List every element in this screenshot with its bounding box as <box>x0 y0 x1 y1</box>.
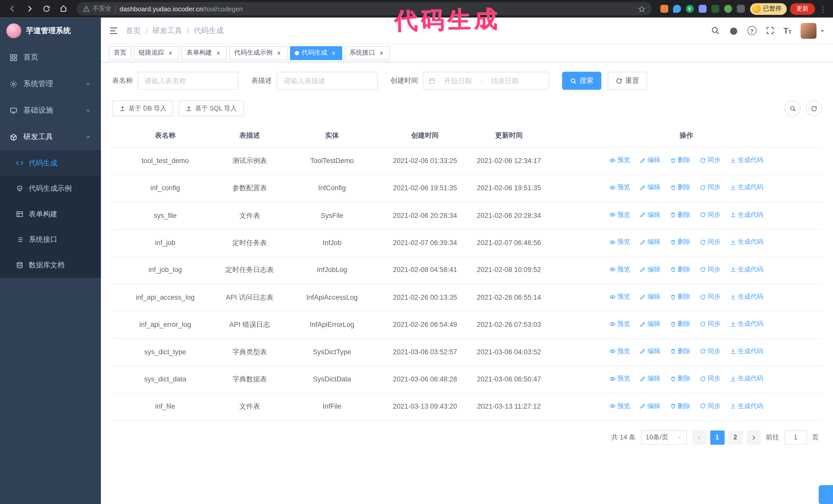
delete-link[interactable]: 删除 <box>670 237 690 247</box>
generate-code-link[interactable]: 生成代码 <box>730 292 763 302</box>
generate-code-link[interactable]: 生成代码 <box>730 374 763 384</box>
start-date-input[interactable] <box>438 77 477 85</box>
fullscreen-icon[interactable] <box>765 26 774 35</box>
sidebar-toggle-icon[interactable] <box>109 26 118 35</box>
font-size-icon[interactable]: TT <box>784 26 792 35</box>
import-db-button[interactable]: 基于 DB 导入 <box>112 100 173 116</box>
sidebar-item-codegen-example[interactable]: 代码生成示例 <box>0 176 101 201</box>
preview-link[interactable]: 预览 <box>610 264 630 274</box>
delete-link[interactable]: 删除 <box>670 292 690 302</box>
edit-link[interactable]: 编辑 <box>640 237 660 247</box>
preview-link[interactable]: 预览 <box>610 292 630 302</box>
extension-icon-2[interactable] <box>673 5 681 13</box>
forward-icon[interactable] <box>22 2 36 16</box>
sync-link[interactable]: 同步 <box>700 183 720 193</box>
tab-codegen[interactable]: 代码生成× <box>290 46 342 60</box>
search-icon[interactable] <box>711 26 720 35</box>
preview-link[interactable]: 预览 <box>610 237 630 247</box>
tab-codegen-example[interactable]: 代码生成示例× <box>230 46 287 60</box>
delete-link[interactable]: 删除 <box>670 183 690 193</box>
refresh-table-button[interactable] <box>806 100 822 116</box>
back-icon[interactable] <box>5 2 19 16</box>
sync-link[interactable]: 同步 <box>700 237 720 247</box>
home-icon[interactable] <box>56 2 70 16</box>
close-icon[interactable]: × <box>330 49 337 57</box>
tab-trace[interactable]: 链路追踪× <box>134 46 179 60</box>
tab-form-builder[interactable]: 表单构建× <box>182 46 227 60</box>
close-icon[interactable]: × <box>275 49 283 57</box>
sync-link[interactable]: 同步 <box>700 155 720 165</box>
extension-icon-3[interactable]: V <box>686 5 694 13</box>
import-sql-button[interactable]: 基于 SQL 导入 <box>178 100 243 116</box>
generate-code-link[interactable]: 生成代码 <box>730 264 763 274</box>
sidebar-item-db-doc[interactable]: 数据库文档 <box>0 253 101 278</box>
end-date-input[interactable] <box>485 77 524 85</box>
tab-api[interactable]: 系统接口× <box>345 46 390 60</box>
github-icon[interactable] <box>729 26 738 35</box>
user-menu[interactable] <box>801 23 825 39</box>
close-icon[interactable]: × <box>378 49 385 57</box>
extension-icon-6[interactable] <box>724 5 732 13</box>
sidebar-item-system[interactable]: 系统管理 <box>0 71 101 97</box>
delete-link[interactable]: 删除 <box>670 346 690 357</box>
delete-link[interactable]: 删除 <box>670 155 690 165</box>
sidebar-item-form-builder[interactable]: 表单构建 <box>0 201 101 227</box>
profile-paused-chip[interactable]: 已暂停 <box>750 3 787 15</box>
sync-link[interactable]: 同步 <box>700 292 720 302</box>
delete-link[interactable]: 删除 <box>670 264 690 274</box>
security-chip[interactable]: 不安全 <box>83 4 112 13</box>
browser-menu-icon[interactable]: ⋮ <box>818 5 828 13</box>
edit-link[interactable]: 编辑 <box>640 264 660 274</box>
edit-link[interactable]: 编辑 <box>640 401 660 411</box>
edit-link[interactable]: 编辑 <box>640 319 660 329</box>
preview-link[interactable]: 预览 <box>610 401 630 411</box>
floating-button[interactable] <box>819 485 833 504</box>
generate-code-link[interactable]: 生成代码 <box>730 237 763 247</box>
edit-link[interactable]: 编辑 <box>640 292 660 302</box>
sidebar-item-codegen[interactable]: 代码生成 <box>0 150 101 176</box>
edit-link[interactable]: 编辑 <box>640 183 660 193</box>
preview-link[interactable]: 预览 <box>610 319 630 329</box>
reset-button[interactable]: 重置 <box>608 72 647 90</box>
sidebar-item-api[interactable]: 系统接口 <box>0 227 101 252</box>
delete-link[interactable]: 删除 <box>670 319 690 329</box>
goto-page-input[interactable] <box>784 430 807 445</box>
breadcrumb-item[interactable]: 研发工具 <box>152 26 182 35</box>
preview-link[interactable]: 预览 <box>610 374 630 384</box>
preview-link[interactable]: 预览 <box>610 346 630 357</box>
puzzle-extension-icon[interactable] <box>737 5 744 13</box>
date-range-picker[interactable]: - <box>423 72 549 90</box>
sync-link[interactable]: 同步 <box>700 374 720 384</box>
show-search-button[interactable] <box>785 100 801 116</box>
sidebar-item-infra[interactable]: 基础设施 <box>0 97 101 124</box>
sidebar-logo[interactable]: 芋道管理系统 <box>0 18 101 44</box>
edit-link[interactable]: 编辑 <box>640 155 660 165</box>
browser-update-button[interactable]: 更新 <box>790 3 815 15</box>
address-bar[interactable]: 不安全 dashboard.yudao.iocoder.cn/tool/code… <box>76 2 651 16</box>
delete-link[interactable]: 删除 <box>670 374 690 384</box>
sidebar-item-devtools[interactable]: 研发工具 <box>0 124 101 150</box>
delete-link[interactable]: 删除 <box>670 210 690 220</box>
generate-code-link[interactable]: 生成代码 <box>730 346 763 357</box>
extension-icon-1[interactable] <box>660 5 668 13</box>
delete-link[interactable]: 删除 <box>670 401 690 411</box>
tab-home[interactable]: 首页 <box>109 46 131 60</box>
help-icon[interactable]: ? <box>747 26 756 35</box>
generate-code-link[interactable]: 生成代码 <box>730 319 763 329</box>
extension-icon-4[interactable] <box>698 5 706 13</box>
close-icon[interactable]: × <box>167 49 174 57</box>
page-button-1[interactable]: 1 <box>710 430 724 445</box>
edit-link[interactable]: 编辑 <box>640 346 660 357</box>
table-desc-input[interactable] <box>277 72 378 90</box>
edit-link[interactable]: 编辑 <box>640 210 660 220</box>
next-page-button[interactable] <box>746 430 760 445</box>
sync-link[interactable]: 同步 <box>700 319 720 329</box>
generate-code-link[interactable]: 生成代码 <box>730 210 763 220</box>
prev-page-button[interactable] <box>692 430 706 445</box>
sync-link[interactable]: 同步 <box>700 264 720 274</box>
close-icon[interactable]: × <box>215 49 222 57</box>
preview-link[interactable]: 预览 <box>610 183 630 193</box>
edit-link[interactable]: 编辑 <box>640 374 660 384</box>
sidebar-item-home[interactable]: 首页 <box>0 44 101 71</box>
extension-icon-5[interactable] <box>711 5 719 13</box>
